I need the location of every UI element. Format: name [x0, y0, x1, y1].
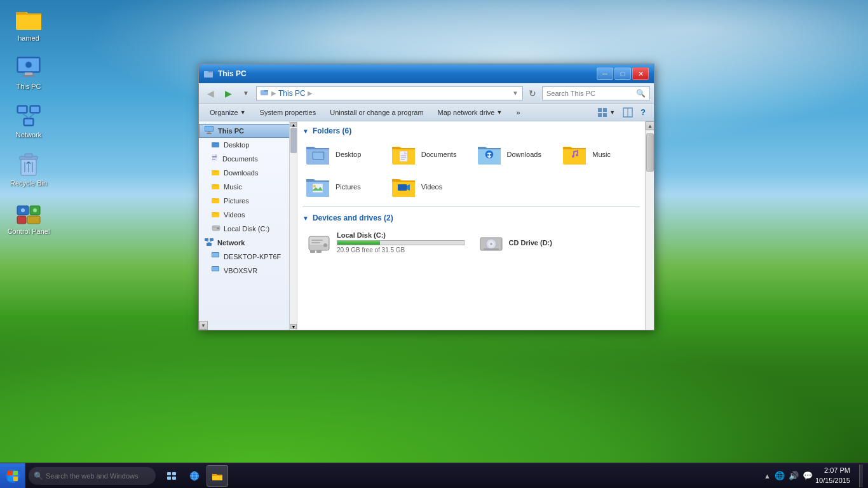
- main-area: This PC Desktop: [199, 121, 654, 330]
- svg-point-44: [217, 227, 219, 229]
- taskbar-clock[interactable]: 2:07 PM 10/15/2015: [815, 466, 855, 485]
- address-thispc[interactable]: This PC: [278, 89, 306, 98]
- pictures-folder-label: Pictures: [336, 183, 361, 191]
- sidebar-item-vboxsvr[interactable]: VBOXSVR: [199, 264, 297, 278]
- minimize-button[interactable]: ─: [597, 67, 613, 80]
- search-input[interactable]: [546, 90, 636, 97]
- preview-icon: [623, 107, 633, 118]
- svg-rect-86: [167, 477, 171, 480]
- hamed-folder-icon: [16, 6, 41, 32]
- drives-collapse-arrow[interactable]: ▼: [302, 215, 309, 222]
- view-layout-button[interactable]: ▼: [594, 105, 618, 119]
- nav-dropdown[interactable]: ▼: [238, 86, 254, 101]
- svg-rect-38: [212, 159, 215, 159]
- sidebar-item-documents[interactable]: Documents: [199, 152, 297, 166]
- clock-date: 10/15/2015: [815, 476, 850, 485]
- desktop-icon-hamed[interactable]: hamed: [6, 6, 51, 42]
- task-view-button[interactable]: [161, 465, 182, 487]
- folder-item-downloads[interactable]: Downloads: [474, 140, 555, 168]
- uninstall-button[interactable]: Uninstall or change a program: [324, 105, 429, 119]
- sidebar-scroll-up[interactable]: ▲: [290, 122, 297, 127]
- more-label: »: [516, 109, 520, 116]
- scroll-thumb[interactable]: [646, 133, 654, 172]
- svg-rect-37: [212, 158, 217, 158]
- folders-collapse-arrow[interactable]: ▼: [302, 128, 309, 135]
- documents-folder-icon: [391, 143, 416, 165]
- drive-item-c[interactable]: Local Disk (C:) 20.9 GB free of 31.5 GB: [302, 227, 468, 257]
- address-separator-1: ▶: [271, 90, 276, 97]
- documents-sidebar-icon: [212, 154, 219, 165]
- svg-rect-15: [25, 154, 32, 157]
- folder-item-pictures[interactable]: Pictures: [302, 173, 383, 200]
- recycle-bin-icon: [16, 151, 41, 177]
- desktop-icon-network[interactable]: Network: [6, 103, 51, 139]
- content-scrollbar[interactable]: ▲ ▼: [645, 121, 654, 330]
- desktop-icon-recycle[interactable]: Recycle Bin: [6, 151, 51, 187]
- sidebar-item-pictures[interactable]: Pictures: [199, 194, 297, 208]
- show-desktop-button[interactable]: [859, 464, 863, 487]
- svg-rect-32: [208, 132, 210, 133]
- taskbar-quick-launch: [161, 465, 228, 487]
- folder-item-videos[interactable]: Videos: [388, 173, 469, 200]
- folder-item-desktop[interactable]: Desktop: [302, 140, 383, 168]
- show-hidden-tray-button[interactable]: ▲: [764, 472, 771, 480]
- sidebar-scrollbar[interactable]: ▲ ▼: [289, 121, 297, 330]
- sidebar-scroll-down[interactable]: ▼: [290, 324, 297, 329]
- scroll-down-arrow[interactable]: ▼: [199, 321, 208, 330]
- forward-button[interactable]: ▶: [220, 86, 236, 101]
- ie-button[interactable]: [184, 465, 205, 487]
- section-divider: [302, 207, 640, 207]
- start-button[interactable]: [0, 463, 25, 489]
- organize-button[interactable]: Organize ▼: [204, 105, 252, 119]
- sidebar-item-downloads[interactable]: Downloads: [199, 166, 297, 180]
- more-toolbar-button[interactable]: »: [510, 105, 526, 119]
- map-network-button[interactable]: Map network drive ▼: [432, 105, 508, 119]
- sidebar-item-videos[interactable]: Videos: [199, 208, 297, 222]
- svg-point-78: [491, 243, 492, 245]
- ie-icon: [189, 470, 200, 482]
- sidebar-item-music[interactable]: Music: [199, 180, 297, 194]
- svg-rect-83: [13, 477, 18, 481]
- address-bar-dropdown[interactable]: ▼: [510, 90, 519, 97]
- svg-rect-8: [31, 107, 39, 112]
- system-properties-button[interactable]: System properties: [254, 105, 322, 119]
- music-sidebar-icon: [212, 182, 220, 192]
- desktop-icon-controlpanel[interactable]: Control Panel: [6, 200, 51, 235]
- help-button[interactable]: ?: [637, 105, 649, 119]
- globe-tray-icon: 🌐: [775, 471, 785, 480]
- svg-rect-2: [25, 72, 32, 75]
- taskbar-search-input[interactable]: [46, 472, 151, 480]
- speaker-tray-icon[interactable]: 🔊: [789, 471, 799, 480]
- file-explorer-taskbar-button[interactable]: [207, 465, 228, 487]
- desktop-icon-thispc[interactable]: This PC: [6, 55, 51, 90]
- close-button[interactable]: ✕: [632, 67, 649, 80]
- taskbar-search[interactable]: 🔍: [29, 467, 156, 485]
- drive-item-d[interactable]: CD Drive (D:): [475, 227, 641, 257]
- sidebar: This PC Desktop: [199, 121, 297, 330]
- svg-point-63: [576, 154, 578, 156]
- svg-rect-36: [212, 156, 217, 157]
- control-panel-label: Control Panel: [8, 227, 50, 235]
- sidebar-item-localdisk[interactable]: Local Disk (C:): [199, 222, 297, 236]
- drives-section-header: ▼ Devices and drives (2): [302, 214, 640, 222]
- sidebar-item-desktop[interactable]: Desktop: [199, 138, 297, 152]
- clock-time: 2:07 PM: [815, 466, 850, 475]
- sidebar-scroll-thumb[interactable]: [290, 128, 297, 153]
- drive-c-info: Local Disk (C:) 20.9 GB free of 31.5 GB: [337, 231, 465, 254]
- maximize-button[interactable]: □: [614, 67, 631, 80]
- sidebar-item-network[interactable]: Network: [199, 236, 297, 250]
- folder-item-music[interactable]: Music: [559, 140, 640, 168]
- back-button[interactable]: ◀: [203, 86, 218, 101]
- drives-grid: Local Disk (C:) 20.9 GB free of 31.5 GB: [302, 227, 640, 257]
- preview-pane-button[interactable]: [620, 105, 636, 119]
- refresh-button[interactable]: ↻: [526, 86, 539, 100]
- taskbar-tray: ▲ 🌐 🔊 💬 2:07 PM 10/15/2015: [759, 464, 868, 487]
- sidebar-item-thispc[interactable]: This PC: [199, 124, 297, 138]
- sidebar-item-desktop-kpt6f[interactable]: DESKTOP-KPT6F: [199, 250, 297, 264]
- map-network-dropdown-icon: ▼: [496, 109, 502, 116]
- scroll-up-arrow[interactable]: ▲: [646, 121, 654, 130]
- address-bar[interactable]: ▶ This PC ▶ ▼: [256, 86, 523, 100]
- task-view-icon: [166, 471, 177, 480]
- network-sidebar-icon: [204, 238, 214, 248]
- folder-item-documents[interactable]: Documents: [388, 140, 469, 168]
